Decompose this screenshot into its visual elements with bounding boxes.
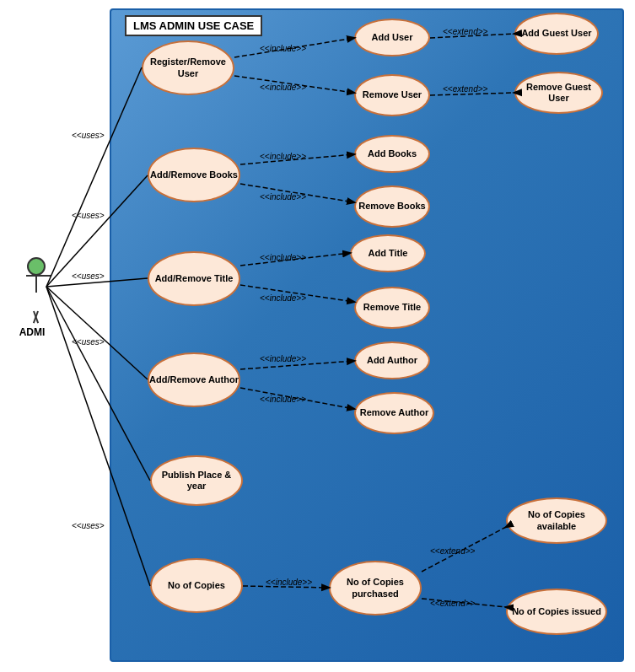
ellipse-remove-guest-user: Remove Guest User (514, 72, 603, 114)
ellipse-publish: Publish Place & year (150, 455, 243, 506)
label-uses-2: <<uses> (72, 211, 105, 220)
ellipse-remove-author: Remove Author (354, 392, 434, 434)
label-uses-1: <<uses> (72, 131, 105, 140)
ellipse-copies-issued: No of Copies issued (506, 589, 607, 635)
actor-admin: ADMI (15, 257, 57, 338)
label-extend-3: <<extend>> (430, 546, 475, 556)
ellipse-remove-title: Remove Title (354, 287, 430, 329)
label-include-7: <<include>> (260, 354, 306, 363)
label-extend-4: <<extend>> (430, 599, 475, 608)
diagram-container: LMS ADMIN USE CASE ADMI Register/Remove … (0, 0, 635, 672)
label-include-3: <<include>> (260, 152, 306, 161)
label-include-6: <<include>> (260, 293, 306, 303)
ellipse-copies-purchased: No of Copies purchased (329, 561, 422, 616)
ellipse-remove-books: Remove Books (354, 185, 430, 228)
title-box: LMS ADMIN USE CASE (125, 15, 262, 36)
label-uses-3: <<uses> (72, 271, 105, 281)
ellipse-add-user: Add User (354, 19, 430, 56)
label-include-9: <<include>> (266, 578, 312, 587)
ellipse-add-author: Add Author (354, 341, 430, 379)
label-uses-5: <<uses> (72, 521, 105, 530)
ellipse-add-guest-user: Add Guest User (514, 13, 599, 55)
label-extend-2: <<extend>> (443, 84, 487, 94)
ellipse-add-title: Add Title (350, 234, 426, 272)
actor-head (27, 257, 46, 276)
diagram-title: LMS ADMIN USE CASE (133, 19, 254, 32)
label-include-8: <<include>> (260, 395, 306, 404)
label-uses-4: <<uses> (72, 337, 105, 347)
label-include-4: <<include>> (260, 192, 306, 202)
label-extend-1: <<extend>> (443, 27, 487, 36)
ellipse-books: Add/Remove Books (148, 148, 240, 202)
ellipse-add-books: Add Books (354, 135, 430, 173)
label-include-2: <<include>> (260, 83, 306, 92)
ellipse-copies-available: No of Copies available (506, 497, 607, 544)
ellipse-no-copies: No of Copies (150, 558, 243, 613)
ellipse-register-user: Register/Remove User (142, 40, 234, 95)
label-include-1: <<include>> (260, 44, 306, 53)
ellipse-author: Add/Remove Author (148, 352, 240, 407)
ellipse-remove-user: Remove User (354, 74, 430, 116)
actor-label: ADMI (11, 326, 53, 338)
label-include-5: <<include>> (260, 253, 306, 262)
ellipse-title: Add/Remove Title (148, 251, 240, 306)
